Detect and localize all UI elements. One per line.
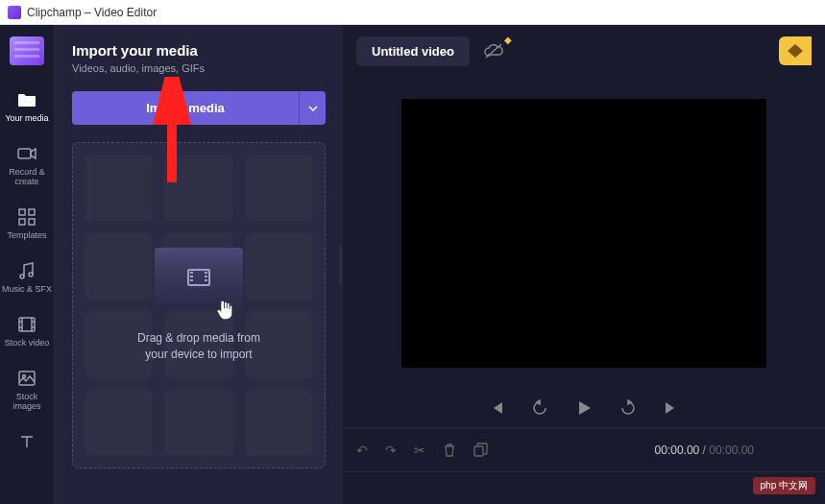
panel-subtitle: Videos, audio, images, GIFs bbox=[72, 62, 326, 74]
video-preview[interactable] bbox=[401, 99, 766, 368]
svg-rect-1 bbox=[19, 209, 25, 215]
music-icon bbox=[16, 261, 37, 280]
sidebar-item-text[interactable] bbox=[0, 424, 54, 463]
svg-point-6 bbox=[29, 273, 33, 276]
film-icon bbox=[16, 315, 37, 334]
sidebar-item-label: Stock video bbox=[5, 338, 50, 348]
topbar: Untitled video ◆ bbox=[343, 25, 825, 77]
chevron-down-icon bbox=[308, 106, 318, 111]
clipchamp-logo[interactable] bbox=[10, 36, 44, 65]
sidebar-item-label: Templates bbox=[7, 230, 46, 240]
cloud-sync-button[interactable]: ◆ bbox=[483, 42, 504, 60]
media-panel: Import your media Videos, audio, images,… bbox=[55, 25, 343, 504]
import-media-dropdown[interactable] bbox=[299, 91, 326, 125]
sidebar-item-music-sfx[interactable]: Music & SFX bbox=[0, 253, 54, 301]
window-title: Clipchamp – Video Editor bbox=[27, 6, 157, 19]
sidebar-item-label: Stock images bbox=[2, 392, 52, 411]
import-button-group: Import media bbox=[72, 91, 326, 125]
preview-area bbox=[343, 77, 825, 389]
content-area: Untitled video ◆ ↶ ↷ ✂ bbox=[343, 25, 825, 504]
sidebar-item-stock-images[interactable]: Stock images bbox=[0, 361, 54, 419]
dropzone-thumbnail bbox=[155, 248, 243, 307]
media-dropzone[interactable]: Drag & drop media from your device to im… bbox=[72, 142, 326, 468]
text-icon bbox=[16, 432, 37, 451]
premium-button[interactable] bbox=[779, 36, 812, 65]
svg-rect-0 bbox=[18, 149, 31, 158]
sidebar-item-label: Music & SFX bbox=[2, 284, 52, 294]
filmstrip-icon bbox=[187, 269, 210, 286]
skip-end-button[interactable] bbox=[664, 400, 679, 416]
image-icon bbox=[16, 369, 37, 388]
sidebar-item-record-create[interactable]: Record & create bbox=[0, 136, 54, 194]
main-layout: Your media Record & create Templates Mus… bbox=[0, 25, 825, 504]
svg-rect-3 bbox=[19, 219, 25, 225]
svg-rect-20 bbox=[474, 446, 483, 456]
split-button[interactable]: ✂ bbox=[414, 443, 425, 458]
watermark: php 中文网 bbox=[753, 477, 815, 494]
diamond-icon bbox=[788, 44, 803, 58]
folder-icon bbox=[16, 90, 37, 109]
premium-badge-icon: ◆ bbox=[504, 35, 512, 45]
import-media-button[interactable]: Import media bbox=[72, 91, 299, 125]
svg-rect-4 bbox=[29, 219, 35, 225]
svg-rect-2 bbox=[29, 209, 35, 215]
rewind-button[interactable] bbox=[531, 399, 548, 417]
sidebar-item-your-media[interactable]: Your media bbox=[0, 83, 54, 131]
svg-point-5 bbox=[20, 275, 24, 278]
templates-icon bbox=[16, 207, 37, 227]
undo-button[interactable]: ↶ bbox=[356, 443, 368, 458]
play-button[interactable] bbox=[575, 399, 593, 417]
duplicate-button[interactable] bbox=[473, 443, 488, 457]
sidebar-item-templates[interactable]: Templates bbox=[0, 200, 54, 248]
panel-title: Import your media bbox=[72, 42, 326, 59]
skip-start-button[interactable] bbox=[489, 400, 504, 416]
dropzone-text: Drag & drop media from your device to im… bbox=[137, 330, 260, 363]
sidebar-item-label: Record & create bbox=[2, 167, 52, 186]
sidebar-item-stock-video[interactable]: Stock video bbox=[0, 307, 54, 355]
app-icon bbox=[8, 6, 21, 19]
timeline-toolbar: ↶ ↷ ✂ 00:00.00 / 00:00.00 bbox=[343, 427, 825, 471]
player-controls bbox=[343, 389, 825, 427]
forward-button[interactable] bbox=[619, 399, 637, 417]
sidebar-item-label: Your media bbox=[5, 113, 48, 123]
window-titlebar: Clipchamp – Video Editor bbox=[0, 0, 825, 25]
cloud-off-icon bbox=[483, 42, 504, 60]
delete-button[interactable] bbox=[443, 443, 456, 457]
redo-button[interactable]: ↷ bbox=[385, 443, 397, 458]
project-title[interactable]: Untitled video bbox=[356, 36, 470, 66]
sidebar: Your media Record & create Templates Mus… bbox=[0, 25, 55, 504]
svg-line-19 bbox=[486, 44, 501, 58]
timecode-display: 00:00.00 / 00:00.00 bbox=[655, 444, 754, 457]
hand-cursor-icon bbox=[214, 300, 235, 321]
camera-icon bbox=[16, 144, 37, 163]
